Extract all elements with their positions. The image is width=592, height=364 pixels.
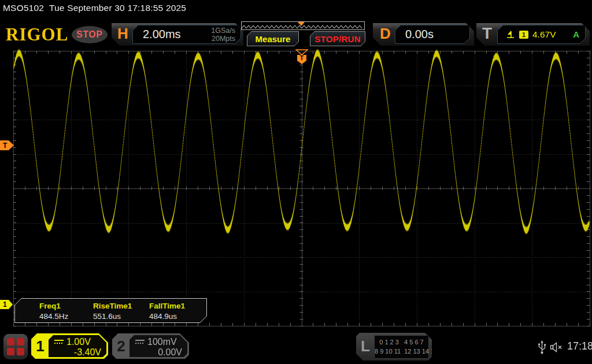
memory-position-strip[interactable] (241, 21, 365, 30)
channel2-number: 2 (112, 333, 130, 359)
oscilloscope-screen: MSO5102 Tue September 30 17:18:55 2025 R… (0, 0, 592, 364)
measurement-label: FallTime1 (149, 302, 185, 310)
run-state-indicator[interactable]: STOP (72, 26, 108, 43)
horizontal-panel[interactable]: H 2.00ms 1GSa/s 20Mpts (112, 23, 243, 46)
delay-box[interactable]: 0.00s (395, 25, 470, 44)
timebase-box[interactable]: 2.00ms 1GSa/s 20Mpts (132, 25, 241, 44)
channel1-number: 1 (31, 333, 49, 359)
trigger-panel[interactable]: T 1 4.67V A (476, 23, 590, 46)
trigger-level-value: 4.67V (532, 29, 556, 40)
run-state-label: STOP (76, 29, 102, 40)
horizontal-label: H (117, 25, 128, 43)
channel1-offset: -3.40V (74, 347, 101, 358)
measurement-label: Freq1 (39, 302, 61, 310)
menu-button[interactable] (3, 334, 28, 359)
logic-channels-row2: 8 9 10 11 12 13 14 15 (375, 348, 428, 355)
usb-icon (537, 340, 547, 355)
trigger-mode: A (573, 29, 579, 39)
logic-label: L (361, 337, 370, 355)
rigol-logo: RIGOL (6, 24, 68, 45)
grid-menu-icon (7, 338, 24, 355)
measurement-value: 484.5Hz (39, 312, 68, 321)
logic-channels-row1: 0 1 2 3 4 5 6 7 (375, 339, 428, 346)
sample-rate: 1GSa/s (211, 27, 235, 35)
delay-label: D (380, 25, 391, 43)
measure-button[interactable]: Measure (247, 31, 299, 46)
delay-value: 0.00s (405, 28, 434, 41)
stop-run-button[interactable]: STOP/RUN (310, 31, 365, 46)
measurement-panel[interactable]: Freq1 484.5Hz RiseTime1 551.6us FallTime… (14, 298, 207, 323)
speaker-muted-icon[interactable] (550, 341, 565, 353)
measurement-value: 484.9us (149, 312, 177, 321)
channel2-offset: 0.00V (158, 347, 182, 358)
channel2-scale: 100mV (147, 337, 177, 347)
trigger-label: T (482, 24, 492, 43)
timebase-value: 2.00ms (143, 28, 181, 41)
clock: 17:18 (567, 340, 592, 352)
logic-channel-box: 0 1 2 3 4 5 6 7 8 9 10 11 12 13 14 15 (374, 335, 429, 359)
channel1-marker-label: 1 (3, 300, 7, 309)
trigger-box[interactable]: 1 4.67V A (497, 25, 586, 44)
rising-edge-trigger-icon (506, 30, 515, 39)
delay-panel[interactable]: D 0.00s (373, 23, 474, 46)
svg-text:T: T (300, 54, 304, 61)
trigger-level-marker-label: T (3, 142, 7, 150)
logic-channels-panel[interactable]: L 0 1 2 3 4 5 6 7 8 9 10 11 12 13 14 15 (356, 333, 432, 361)
channel1-scale: 1.00V (66, 337, 91, 347)
dc-coupling-icon (54, 339, 64, 345)
trigger-position-marker[interactable]: T (294, 49, 309, 65)
dc-coupling-icon (135, 339, 145, 345)
stop-run-button-label: STOP/RUN (314, 34, 361, 44)
memory-position-pointer-icon[interactable] (298, 22, 305, 26)
measurement-label: RiseTime1 (93, 302, 132, 310)
trigger-source-badge: 1 (519, 31, 528, 39)
measurement-value: 551.6us (93, 312, 121, 321)
memory-depth: 20Mpts (211, 35, 235, 43)
channel2-badge[interactable]: 2 100mV 0.00V (112, 333, 189, 359)
measure-button-label: Measure (256, 34, 291, 44)
acquisition-info: 1GSa/s 20Mpts (211, 27, 235, 43)
status-bar-text: MSO5102 Tue September 30 17:18:55 2025 (3, 3, 186, 13)
channel1-badge[interactable]: 1 1.00V -3.40V (31, 333, 108, 359)
